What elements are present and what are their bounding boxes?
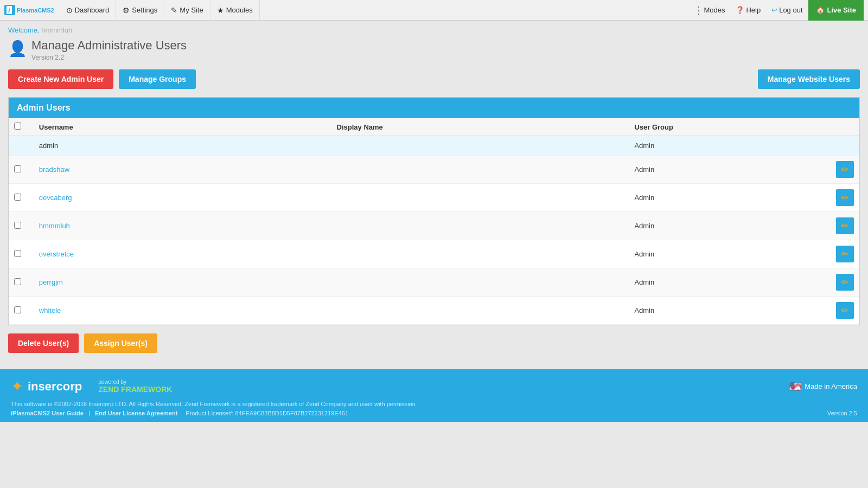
- welcome-username: hmmmluh: [41, 26, 72, 34]
- footer-link-user-guide[interactable]: iPlasmaCMS2 User Guide: [11, 410, 84, 416]
- edit-user-button-2[interactable]: ✏: [836, 189, 854, 206]
- row-checkbox-4[interactable]: [14, 250, 21, 257]
- nav-label-modules: Modules: [226, 6, 253, 14]
- row-checkbox-5[interactable]: [14, 278, 21, 285]
- nav-modes[interactable]: ⋮ Modes: [688, 0, 730, 21]
- footer-made-in-text: Made in America: [805, 382, 857, 390]
- username-link-1[interactable]: bradshaw: [39, 165, 69, 174]
- select-all-checkbox[interactable]: [14, 123, 21, 130]
- footer-separator-1: |: [88, 410, 90, 416]
- row-user-group: Admin: [629, 156, 799, 184]
- manage-website-users-button[interactable]: Manage Website Users: [758, 69, 860, 89]
- modules-icon: ★: [217, 6, 224, 15]
- username-link-3[interactable]: hmmmluh: [39, 222, 70, 230]
- footer: ✦ insercorp powered by ZEND FRAMEWORK 🇺🇸…: [0, 369, 868, 422]
- logo-area[interactable]: i PlasmaCMS2: [4, 5, 54, 15]
- nav-help-label: Help: [746, 6, 761, 14]
- row-checkbox-cell: [9, 297, 34, 325]
- live-site-button[interactable]: 🏠 Live Site: [808, 0, 864, 21]
- row-action-cell: ✏: [799, 240, 859, 268]
- row-checkbox-2[interactable]: [14, 194, 21, 201]
- row-checkbox-cell: [9, 240, 34, 268]
- footer-links-left: iPlasmaCMS2 User Guide | End User Licens…: [11, 410, 350, 416]
- nav-item-dashboard[interactable]: ⊙ Dashboard: [60, 0, 117, 21]
- row-checkbox-cell: [9, 156, 34, 184]
- assign-users-button[interactable]: Assign User(s): [84, 333, 157, 353]
- nav-items: ⊙ Dashboard ⚙ Settings ✎ My Site ★ Modul…: [60, 0, 689, 21]
- table-header-bar: Admin Users: [9, 98, 859, 118]
- table-row: hmmmluhAdmin✏: [9, 212, 859, 240]
- welcome-prefix: Welcome,: [8, 26, 40, 34]
- username-link-4[interactable]: overstretce: [39, 250, 74, 258]
- row-action-cell: ✏: [799, 156, 859, 184]
- create-new-admin-button[interactable]: Create New Admin User: [8, 69, 113, 89]
- col-header-action: [799, 118, 859, 136]
- table-body: adminAdminbradshawAdmin✏devcabergAdmin✏h…: [9, 136, 859, 325]
- nav-item-modules[interactable]: ★ Modules: [210, 0, 260, 21]
- row-checkbox-cell: [9, 184, 34, 212]
- footer-logo: ✦ insercorp: [11, 377, 82, 395]
- row-checkbox-cell: [9, 136, 34, 156]
- row-action-cell: ✏: [799, 297, 859, 325]
- row-display-name: [331, 240, 629, 268]
- row-action-cell: [799, 136, 859, 156]
- person-icon: 👤: [8, 40, 27, 57]
- page-title-area: 👤 Manage Administrative Users Version 2.…: [8, 38, 860, 61]
- username-link-6[interactable]: whitele: [39, 306, 61, 314]
- col-header-display-name: Display Name: [331, 118, 629, 136]
- footer-copyright: This software is ©2007-2016 Insercorp LT…: [11, 401, 857, 407]
- table-row: devcabergAdmin✏: [9, 184, 859, 212]
- footer-link-eula[interactable]: End User License Agreement: [95, 410, 177, 416]
- row-action-cell: ✏: [799, 212, 859, 240]
- row-user-group: Admin: [629, 136, 799, 156]
- manage-groups-button[interactable]: Manage Groups: [119, 69, 196, 89]
- page-version: Version 2.2: [31, 54, 187, 61]
- username-link-5[interactable]: perrgjm: [39, 278, 63, 286]
- edit-user-button-1[interactable]: ✏: [836, 161, 854, 178]
- logout-icon: ↩: [771, 6, 777, 14]
- nav-logout[interactable]: ↩ Log out: [766, 0, 808, 21]
- help-icon: ❓: [736, 6, 744, 14]
- col-header-username: Username: [34, 118, 331, 136]
- nav-help[interactable]: ❓ Help: [730, 0, 766, 21]
- nav-label-dashboard: Dashboard: [75, 6, 110, 14]
- edit-user-button-5[interactable]: ✏: [836, 274, 854, 291]
- row-checkbox-6[interactable]: [14, 306, 21, 313]
- edit-user-button-3[interactable]: ✏: [836, 217, 854, 234]
- page-title-text: Manage Administrative Users Version 2.2: [31, 38, 187, 61]
- row-username: devcaberg: [34, 184, 331, 212]
- row-display-name: [331, 212, 629, 240]
- top-navigation: i PlasmaCMS2 ⊙ Dashboard ⚙ Settings ✎ My…: [0, 0, 868, 21]
- footer-top: ✦ insercorp powered by ZEND FRAMEWORK 🇺🇸…: [11, 377, 857, 395]
- action-buttons: Create New Admin User Manage Groups Mana…: [8, 69, 860, 89]
- nav-logout-label: Log out: [779, 6, 802, 14]
- username-link-2[interactable]: devcaberg: [39, 194, 72, 202]
- dashboard-icon: ⊙: [66, 6, 73, 15]
- flag-icon: 🇺🇸: [789, 381, 801, 393]
- nav-item-settings[interactable]: ⚙ Settings: [116, 0, 164, 21]
- row-action-cell: ✏: [799, 184, 859, 212]
- row-checkbox-1[interactable]: [14, 165, 21, 172]
- edit-user-button-6[interactable]: ✏: [836, 302, 854, 319]
- nav-right: ⋮ Modes ❓ Help ↩ Log out 🏠 Live Site: [688, 0, 864, 21]
- row-user-group: Admin: [629, 212, 799, 240]
- footer-logo-text: insercorp: [28, 380, 82, 394]
- row-checkbox-3[interactable]: [14, 222, 21, 229]
- edit-user-button-4[interactable]: ✏: [836, 246, 854, 262]
- table-row: bradshawAdmin✏: [9, 156, 859, 184]
- mysite-icon: ✎: [171, 6, 177, 15]
- nav-item-mysite[interactable]: ✎ My Site: [164, 0, 210, 21]
- row-display-name: [331, 268, 629, 297]
- main-content: Welcome, hmmmluh 👤 Manage Administrative…: [0, 21, 868, 358]
- row-action-cell: ✏: [799, 268, 859, 297]
- footer-zend: powered by ZEND FRAMEWORK: [98, 379, 172, 394]
- footer-version: Version 2.5: [827, 410, 857, 416]
- row-user-group: Admin: [629, 268, 799, 297]
- row-user-group: Admin: [629, 184, 799, 212]
- welcome-bar: Welcome, hmmmluh: [8, 26, 860, 34]
- col-header-user-group: User Group: [629, 118, 799, 136]
- row-username: hmmmluh: [34, 212, 331, 240]
- row-user-group: Admin: [629, 297, 799, 325]
- delete-users-button[interactable]: Delete User(s): [8, 333, 79, 353]
- nav-modes-label: Modes: [704, 6, 725, 14]
